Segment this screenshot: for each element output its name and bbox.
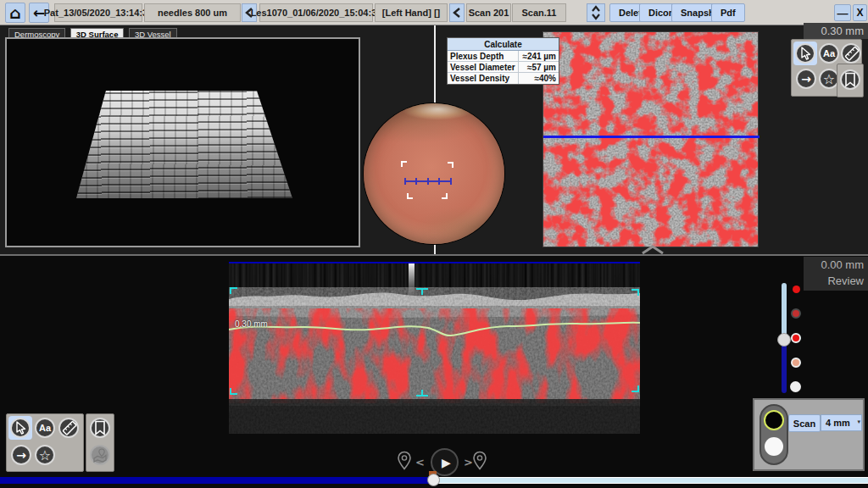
- depth-slider-handle[interactable]: [777, 333, 791, 347]
- ruler-tool-button[interactable]: [841, 43, 861, 64]
- depth-marker-dot[interactable]: [793, 286, 800, 293]
- depth-marker-dot[interactable]: [791, 308, 801, 319]
- vessel-density-map[interactable]: [542, 31, 759, 247]
- scan-region-marker: [230, 287, 237, 294]
- chevron-up-down-icon: [591, 5, 601, 20]
- vessel-diameter-value: ≈57 µm: [518, 62, 559, 72]
- text-tool-icon: Aa: [823, 48, 835, 58]
- timeline-handle[interactable]: [427, 474, 440, 486]
- timeline-elapsed[interactable]: [0, 477, 430, 484]
- chevron-left-icon: [453, 7, 461, 19]
- close-button[interactable]: X: [853, 4, 867, 21]
- vessel-diameter-label: Vessel Diameter: [448, 63, 518, 72]
- scan-tag-label: Scan: [788, 414, 821, 432]
- table-row: Vessel Density ≈40%: [448, 73, 559, 84]
- arrow-tool-button[interactable]: →: [796, 69, 816, 89]
- star-icon: ☆: [823, 71, 835, 87]
- plexus-depth-value: ≈241 µm: [518, 51, 559, 61]
- patient-field[interactable]: Pat_13/05/2020_13:14:39: [54, 3, 142, 22]
- dermoscopy-image[interactable]: [364, 103, 504, 244]
- scan-name-field[interactable]: Scan.11: [512, 3, 566, 22]
- location-field[interactable]: [Left Hand] []: [375, 3, 448, 22]
- scan-number-field[interactable]: Scan 201: [466, 3, 511, 22]
- text-tool-button[interactable]: Aa: [819, 43, 839, 64]
- scan-mode-toggle: [760, 404, 788, 465]
- roi-corner-marker: [448, 162, 453, 168]
- depth-marker-dot[interactable]: [791, 333, 801, 343]
- prev-marker-button[interactable]: <: [415, 456, 425, 469]
- bookmark-button[interactable]: [840, 69, 860, 90]
- arrow-icon: →: [16, 448, 26, 462]
- pdf-button[interactable]: Pdf: [711, 3, 745, 22]
- surface-3d-viewport[interactable]: [5, 37, 360, 247]
- scan-region-marker: [416, 288, 428, 295]
- scan-mode-active-option[interactable]: [764, 410, 784, 430]
- section-line[interactable]: [543, 136, 760, 138]
- text-tool-button[interactable]: Aa: [35, 418, 55, 438]
- home-icon: ⌂: [9, 3, 21, 22]
- app-window: { "titlebar": { "patient_id": "Pat_13/05…: [0, 0, 868, 488]
- scan-region-marker: [416, 390, 428, 396]
- bscan-panel: 0.30 mm 0.00 mm Review Scan 4 mm ▾ < ▶ >: [0, 256, 868, 488]
- ruler-icon: [60, 419, 77, 437]
- pointer-tool-button[interactable]: [793, 42, 817, 65]
- depth-scale-top: 0.30 mm: [804, 23, 868, 39]
- map-pin-icon: [92, 447, 108, 463]
- pointer-tool-button[interactable]: [8, 416, 32, 440]
- prev-marker-pin-icon[interactable]: [397, 451, 412, 471]
- home-button[interactable]: ⌂: [5, 3, 25, 23]
- scan-region-marker: [632, 289, 639, 296]
- star-tool-button[interactable]: ☆: [35, 445, 55, 465]
- bscan-image: [229, 262, 640, 434]
- review-label: Review: [804, 273, 864, 289]
- ruler-icon: [843, 44, 860, 63]
- scan-size-value: 4 mm: [826, 418, 850, 428]
- scan-region-marker: [230, 388, 237, 395]
- bookmark-group: [86, 413, 114, 472]
- ruler-tool-button[interactable]: [58, 418, 79, 438]
- depth-marker-dot[interactable]: [791, 358, 801, 368]
- pointer-icon: [795, 43, 815, 64]
- upper-panel: Dermoscopy 3D Surface 3D Vessel Calculat…: [0, 25, 868, 255]
- scan-mode-alt-option[interactable]: [765, 437, 783, 456]
- annotation-toolbar-top: Aa → ☆: [791, 39, 862, 97]
- vessel-density-value: ≈40%: [518, 73, 559, 84]
- scan-size-dropdown[interactable]: 4 mm ▾: [821, 414, 862, 431]
- minimize-button[interactable]: —: [834, 4, 851, 21]
- table-row: Plexus Depth ≈241 µm: [448, 51, 559, 62]
- calculate-table: Calculate Plexus Depth ≈241 µm Vessel Di…: [447, 37, 559, 85]
- dropdown-caret-icon: ▾: [857, 419, 860, 425]
- roi-corner-marker: [407, 193, 413, 199]
- annotation-toolbar-bottom: Aa → ☆: [6, 413, 84, 472]
- play-icon: ▶: [442, 456, 451, 469]
- lesion-prev-button[interactable]: [449, 3, 465, 22]
- arrow-tool-button[interactable]: →: [11, 445, 31, 465]
- depth-slider-track-upper[interactable]: [782, 283, 787, 339]
- depth-slider-track-lower[interactable]: [782, 339, 787, 393]
- star-icon: ☆: [39, 447, 51, 463]
- calculate-button[interactable]: Calculate: [448, 38, 559, 51]
- roi-corner-marker: [442, 193, 448, 199]
- bookmark-button[interactable]: [90, 418, 110, 438]
- map-overview-button-disabled: [90, 445, 110, 465]
- arrow-icon: →: [801, 72, 811, 86]
- depth-scale-bottom: 0.00 mm: [804, 257, 864, 273]
- vessel-map-image: [543, 32, 758, 247]
- measurement-ruler[interactable]: [404, 180, 452, 182]
- surface-3d-render: [76, 91, 292, 198]
- review-status: 0.00 mm Review: [804, 257, 868, 291]
- study-field[interactable]: needles 800 um: [144, 3, 241, 22]
- plexus-depth-label: Plexus Depth: [448, 52, 518, 61]
- roi-corner-marker: [401, 161, 407, 167]
- plexus-depth-overlay-label: 0.30 mm: [235, 319, 268, 329]
- lesion-field[interactable]: Les1070_01/06/2020_15:04:30: [259, 3, 373, 22]
- bookmark-icon: [94, 420, 106, 435]
- bscan-viewport[interactable]: 0.30 mm: [229, 262, 640, 434]
- timeline-remaining[interactable]: [430, 477, 868, 484]
- scan-stepper[interactable]: [587, 3, 605, 22]
- text-tool-icon: Aa: [39, 423, 51, 433]
- title-bar: ⌂ ← Pat_13/05/2020_13:14:39 needles 800 …: [0, 0, 868, 25]
- scan-region-marker: [632, 385, 639, 392]
- depth-marker-dot[interactable]: [790, 381, 801, 392]
- next-marker-pin-icon[interactable]: [472, 451, 487, 471]
